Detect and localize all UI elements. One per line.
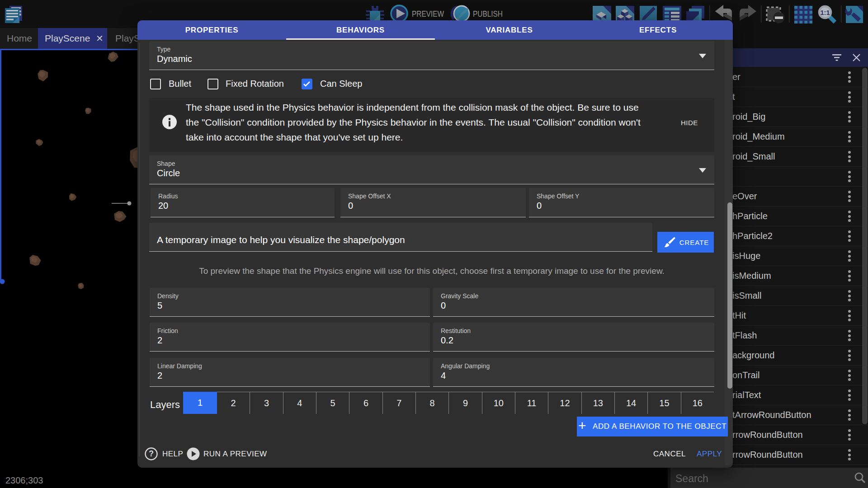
svg-text:PUBLISH: PUBLISH bbox=[473, 9, 503, 19]
svg-text:1:1: 1:1 bbox=[821, 9, 830, 16]
svg-text:PREVIEW: PREVIEW bbox=[412, 9, 444, 19]
svg-text:?: ? bbox=[149, 449, 154, 458]
